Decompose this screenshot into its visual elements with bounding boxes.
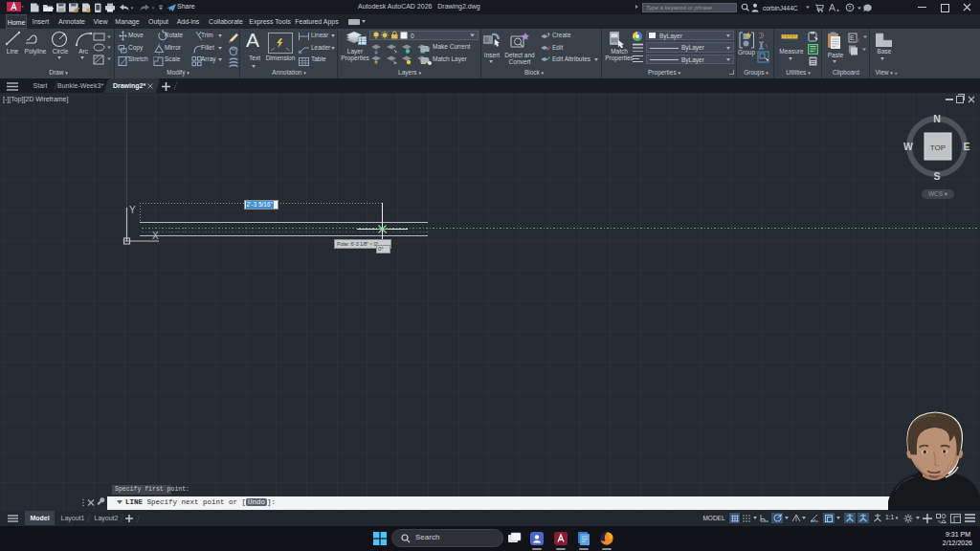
svg-text:E: E [963,141,969,152]
svg-text:0: 0 [411,33,414,39]
svg-text:E: E [850,34,855,41]
svg-text:Y: Y [129,205,136,215]
svg-text:?: ? [848,5,852,11]
svg-text:corbinJ444C: corbinJ444C [763,5,798,11]
svg-text:S: S [933,170,940,182]
svg-text:W: W [903,141,913,152]
svg-text:X: X [152,231,159,241]
svg-text:N: N [933,113,941,124]
svg-text:TOP: TOP [930,143,946,152]
